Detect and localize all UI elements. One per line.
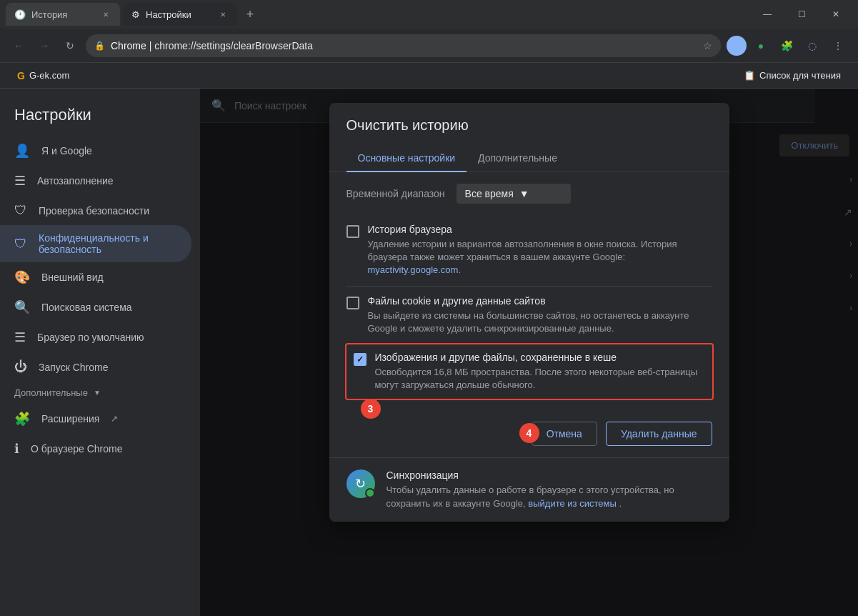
history-tab-close[interactable]: ✕ <box>100 9 111 20</box>
window-controls: — ☐ ✕ <box>751 3 852 26</box>
bookmark-gek[interactable]: G G-ek.com <box>11 67 75 84</box>
tab-history[interactable]: 🕐 История ✕ <box>6 3 120 26</box>
reading-list-button[interactable]: 📋 Список для чтения <box>738 67 847 84</box>
sidebar-item-autofill[interactable]: ☰ Автозаполнение <box>0 166 191 196</box>
step4-badge: 4 <box>519 423 539 443</box>
sidebar-title: Настройки <box>0 100 200 136</box>
sync-status-badge <box>365 488 375 498</box>
clear-history-dialog: Очистить историю Основные настройки Допо… <box>329 103 729 522</box>
extensions-icon[interactable]: 🧩 <box>775 34 798 57</box>
forward-button[interactable]: → <box>34 36 54 56</box>
cookies-description: Вы выйдете из системы на большинстве сай… <box>368 309 712 335</box>
address-bar: ← → ↻ 🔒 Chrome | chrome://settings/clear… <box>0 29 858 63</box>
dialog-tab-basic[interactable]: Основные настройки <box>346 145 467 172</box>
title-bar: 🕐 История ✕ ⚙ Настройки ✕ + — ☐ ✕ <box>0 0 858 29</box>
autofill-label: Автозаполнение <box>37 175 114 187</box>
sidebar-divider[interactable]: Дополнительные ▼ <box>0 382 200 404</box>
sidebar-item-about[interactable]: ℹ О браузере Chrome <box>0 434 200 464</box>
dialog-footer: 4 Отмена Удалить данные <box>329 410 729 457</box>
browser-label: Браузер по умолчанию <box>37 332 144 343</box>
extensions-label: Расширения <box>41 413 99 424</box>
search-engine-icon: 🔍 <box>14 299 30 315</box>
security-label: Проверка безопасности <box>39 205 149 217</box>
sync-avatar-icon: ↻ <box>346 470 375 498</box>
tab-settings[interactable]: ⚙ Настройки ✕ <box>123 3 237 26</box>
history-tab-icon: 🕐 <box>14 9 26 20</box>
time-range-arrow-icon: ▼ <box>519 188 529 199</box>
autofill-icon: ☰ <box>14 173 26 189</box>
menu-button[interactable]: ⋮ <box>827 34 849 57</box>
back-button[interactable]: ← <box>9 36 29 56</box>
profile-icon[interactable] <box>727 36 747 56</box>
sync-description: Чтобы удалить данные о работе в браузере… <box>386 484 712 510</box>
history-title: История браузера <box>368 224 712 235</box>
checkbox-cookies-input[interactable] <box>346 297 359 309</box>
chrome-labs-icon[interactable]: ◌ <box>801 34 824 57</box>
privacy-icon: 🛡 <box>14 237 27 252</box>
sync-title: Синхронизация <box>386 470 712 481</box>
privacy-label: Конфиденциальность и безопасность <box>39 232 177 255</box>
checkbox-cookies-content: Файлы cookie и другие данные сайтов Вы в… <box>368 295 712 335</box>
url-text: Chrome | chrome://settings/clearBrowserD… <box>111 40 697 51</box>
minimize-button[interactable]: — <box>751 3 784 26</box>
me-google-icon: 👤 <box>14 143 30 159</box>
checkbox-browser-history: История браузера Удаление истории и вари… <box>346 215 712 287</box>
search-label: Поисковая система <box>41 302 132 313</box>
checkbox-cache-input[interactable] <box>354 353 366 366</box>
gek-label: G-ek.com <box>29 70 69 81</box>
browser-icon: ☰ <box>14 329 26 345</box>
checkbox-history-input[interactable] <box>346 225 359 238</box>
sidebar-item-appearance[interactable]: 🎨 Внешний вид <box>0 262 191 292</box>
close-button[interactable]: ✕ <box>819 3 852 26</box>
settings-tab-close[interactable]: ✕ <box>217 9 229 20</box>
extensions-sidebar-icon: 🧩 <box>14 411 30 427</box>
divider-arrow-icon: ▼ <box>94 389 101 397</box>
content-area: 🔍 Поиск настроек Отключить › ↗ › › › Очи… <box>200 89 858 616</box>
cancel-button[interactable]: Отмена <box>532 422 597 446</box>
cache-description: Освободится 16,8 МБ пространства. После … <box>375 366 705 392</box>
time-range-select[interactable]: Все время ▼ <box>457 184 571 204</box>
time-range-row: Временной диапазон Все время ▼ <box>346 184 712 204</box>
dialog-body: Временной диапазон Все время ▼ История б… <box>329 172 729 410</box>
sidebar-item-startup[interactable]: ⏻ Запуск Chrome <box>0 352 191 382</box>
reading-list-label: Список для чтения <box>759 70 841 81</box>
sidebar: Настройки 👤 Я и Google ☰ Автозаполнение … <box>0 89 200 616</box>
sync-status-icon: ● <box>749 34 772 57</box>
extensions-external-icon: ↗ <box>111 414 118 424</box>
url-brand: Chrome <box>111 40 146 51</box>
history-tab-label: История <box>31 9 67 20</box>
reading-list-icon: 📋 <box>744 70 755 81</box>
new-tab-button[interactable]: + <box>240 4 260 24</box>
sync-text-block: Синхронизация Чтобы удалить данные о раб… <box>386 470 712 510</box>
dialog-title: Очистить историю <box>329 103 729 134</box>
signout-link[interactable]: выйдите из системы <box>528 498 616 509</box>
history-description: Удаление истории и вариантов автозаполне… <box>368 238 712 277</box>
toolbar-icons: ● 🧩 ◌ ⋮ <box>727 34 849 57</box>
lock-icon: 🔒 <box>94 41 105 51</box>
cache-title: Изображения и другие файлы, сохраненные … <box>375 352 705 363</box>
time-range-value: Все время <box>465 188 514 199</box>
maximize-button[interactable]: ☐ <box>785 3 818 26</box>
delete-button[interactable]: Удалить данные <box>606 422 712 446</box>
reload-button[interactable]: ↻ <box>60 36 80 56</box>
myactivity-link[interactable]: myactivity.google.com <box>368 264 459 275</box>
me-google-label: Я и Google <box>41 145 92 157</box>
bookmark-star-icon[interactable]: ☆ <box>703 40 712 51</box>
sync-section: ↻ Синхронизация Чтобы удалить данные о р… <box>329 457 729 521</box>
sidebar-item-extensions[interactable]: 🧩 Расширения ↗ <box>0 404 200 434</box>
dialog-tabs: Основные настройки Дополнительные <box>329 145 729 172</box>
checkbox-cookies: Файлы cookie и другие данные сайтов Вы в… <box>346 287 712 344</box>
url-bar[interactable]: 🔒 Chrome | chrome://settings/clearBrowse… <box>86 34 721 57</box>
sidebar-item-search[interactable]: 🔍 Поисковая система <box>0 292 191 322</box>
step3-badge: 3 <box>361 399 381 419</box>
divider-label: Дополнительные <box>14 387 88 398</box>
sidebar-item-privacy[interactable]: 🛡 Конфиденциальность и безопасность <box>0 225 191 262</box>
startup-icon: ⏻ <box>14 359 27 374</box>
bookmarks-bar: G G-ek.com 📋 Список для чтения <box>0 63 858 89</box>
dialog-tab-advanced[interactable]: Дополнительные <box>467 145 569 172</box>
settings-tab-label: Настройки <box>146 9 191 20</box>
time-range-label: Временной диапазон <box>346 188 445 199</box>
sidebar-item-me-google[interactable]: 👤 Я и Google <box>0 136 191 166</box>
sidebar-item-security[interactable]: 🛡 Проверка безопасности <box>0 196 191 225</box>
sidebar-item-browser[interactable]: ☰ Браузер по умолчанию <box>0 322 191 352</box>
